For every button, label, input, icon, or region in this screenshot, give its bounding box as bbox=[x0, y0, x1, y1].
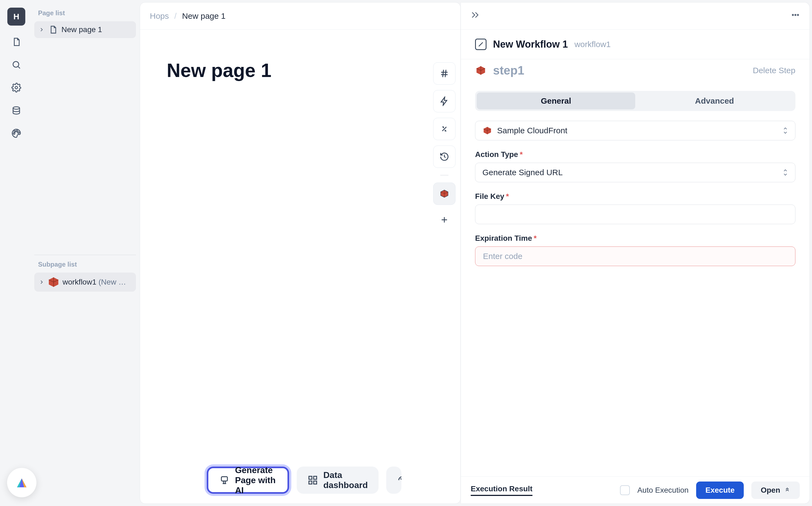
svg-point-6 bbox=[13, 133, 15, 135]
execute-button[interactable]: Execute bbox=[696, 482, 744, 499]
svg-rect-8 bbox=[309, 476, 312, 479]
settings-icon[interactable] bbox=[10, 81, 23, 94]
svg-point-3 bbox=[16, 130, 18, 132]
svg-rect-11 bbox=[314, 481, 316, 484]
page-list-heading: Page list bbox=[38, 9, 136, 17]
svg-point-2 bbox=[13, 107, 20, 109]
hops-logo-icon bbox=[15, 476, 29, 490]
breadcrumb-current[interactable]: New page 1 bbox=[182, 11, 225, 21]
page-item[interactable]: New page 1 bbox=[34, 21, 136, 38]
divider bbox=[34, 255, 136, 255]
action-type-value: Generate Signed URL bbox=[482, 168, 563, 177]
file-key-input[interactable] bbox=[475, 204, 795, 224]
collapse-panel-button[interactable] bbox=[471, 11, 480, 21]
canvas-tools bbox=[433, 62, 455, 229]
cloudfront-icon bbox=[475, 65, 487, 76]
svg-rect-7 bbox=[221, 477, 227, 481]
add-step-button[interactable] bbox=[433, 210, 455, 229]
more-template-button[interactable] bbox=[386, 467, 401, 494]
generate-with-ai-button[interactable]: Generate Page with AI bbox=[207, 467, 289, 494]
svg-point-12 bbox=[792, 14, 794, 15]
chevrons-up-icon bbox=[784, 487, 791, 494]
more-menu-button[interactable] bbox=[791, 11, 800, 21]
generate-with-ai-label: Generate Page with AI bbox=[235, 465, 277, 495]
svg-point-0 bbox=[13, 62, 19, 67]
breadcrumb: Hops / New page 1 bbox=[140, 2, 461, 30]
inspector-panel: New Workflow 1 workflow1 step1 Delete St… bbox=[461, 2, 810, 504]
tab-general[interactable]: General bbox=[477, 92, 635, 109]
breadcrumb-root[interactable]: Hops bbox=[150, 11, 169, 21]
subpage-item[interactable]: workflow1 (New … bbox=[34, 273, 136, 291]
pages-icon[interactable] bbox=[10, 35, 23, 49]
subpage-item-label: workflow1 (New … bbox=[63, 278, 126, 286]
canvas: Hops / New page 1 New page 1 bbox=[140, 2, 461, 504]
theme-icon[interactable] bbox=[10, 127, 23, 140]
bolt-tool[interactable] bbox=[433, 90, 455, 112]
auto-execution-label: Auto Execution bbox=[637, 486, 689, 495]
step-name[interactable]: step1 bbox=[493, 64, 524, 77]
connector-select[interactable]: Sample CloudFront bbox=[475, 121, 795, 140]
subpage-list-heading: Subpage list bbox=[38, 261, 136, 268]
workflow-icon bbox=[475, 38, 487, 50]
help-launcher[interactable] bbox=[7, 468, 36, 497]
open-button-label: Open bbox=[760, 486, 780, 495]
chevron-right-icon bbox=[38, 279, 44, 285]
updown-icon bbox=[782, 126, 789, 135]
document-icon bbox=[48, 25, 58, 34]
dashboard-icon bbox=[308, 475, 318, 485]
step-tabs: General Advanced bbox=[475, 91, 795, 111]
divider bbox=[440, 175, 448, 175]
expiration-label: Expiration Time* bbox=[475, 234, 795, 243]
chevron-right-icon bbox=[38, 27, 44, 33]
data-dashboard-button[interactable]: Data dashboard bbox=[297, 467, 379, 494]
svg-rect-10 bbox=[309, 481, 312, 484]
canvas-float-actions: Generate Page with AI Data dashboard bbox=[207, 467, 401, 494]
expiration-field[interactable] bbox=[482, 251, 788, 261]
svg-point-1 bbox=[15, 87, 18, 89]
svg-point-14 bbox=[797, 14, 798, 15]
tab-advanced[interactable]: Advanced bbox=[635, 92, 794, 109]
expiration-input[interactable] bbox=[475, 246, 795, 266]
svg-point-13 bbox=[795, 14, 796, 15]
workflow-slug: workflow1 bbox=[574, 40, 610, 49]
page-title[interactable]: New page 1 bbox=[167, 60, 434, 81]
execution-footer: Execution Result Auto Execution Execute … bbox=[461, 476, 810, 504]
data-icon[interactable] bbox=[10, 104, 23, 117]
left-rail: H bbox=[2, 2, 30, 504]
action-type-select[interactable]: Generate Signed URL bbox=[475, 163, 795, 182]
cloudfront-icon bbox=[482, 126, 492, 136]
ai-icon bbox=[219, 475, 229, 485]
svg-point-4 bbox=[18, 132, 19, 134]
swap-tool[interactable] bbox=[433, 118, 455, 140]
workflow-title-row: New Workflow 1 workflow1 bbox=[461, 30, 810, 59]
page-list-panel: Page list New page 1 Subpage list workfl… bbox=[30, 2, 140, 504]
action-type-label: Action Type* bbox=[475, 150, 795, 159]
data-dashboard-label: Data dashboard bbox=[323, 470, 368, 490]
file-key-label: File Key* bbox=[475, 192, 795, 201]
svg-point-5 bbox=[14, 131, 16, 132]
delete-step-button[interactable]: Delete Step bbox=[753, 66, 795, 75]
search-icon[interactable] bbox=[10, 58, 23, 71]
cloudfront-icon bbox=[439, 189, 449, 198]
connector-value: Sample CloudFront bbox=[497, 126, 567, 135]
svg-rect-9 bbox=[314, 476, 316, 479]
file-key-field[interactable] bbox=[482, 209, 788, 219]
history-tool[interactable] bbox=[433, 146, 455, 168]
breadcrumb-sep: / bbox=[174, 11, 177, 21]
updown-icon bbox=[782, 168, 789, 177]
page-item-label: New page 1 bbox=[62, 25, 102, 34]
main-area: Hops / New page 1 New page 1 bbox=[140, 2, 810, 504]
workflow-name[interactable]: New Workflow 1 bbox=[493, 38, 568, 50]
gauge-icon bbox=[397, 475, 401, 485]
step-tool-active[interactable] bbox=[433, 182, 455, 205]
execution-result-tab[interactable]: Execution Result bbox=[471, 485, 532, 496]
auto-execution-checkbox[interactable] bbox=[620, 485, 630, 495]
hash-tool[interactable] bbox=[433, 62, 455, 85]
open-button[interactable]: Open bbox=[751, 482, 800, 499]
cloudfront-icon bbox=[48, 276, 59, 288]
workspace-avatar[interactable]: H bbox=[7, 8, 25, 25]
